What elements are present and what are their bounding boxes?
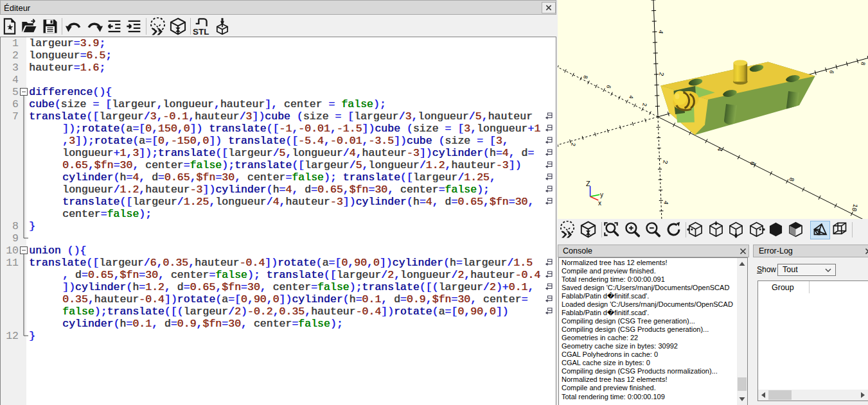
svg-text:6: 6 <box>605 84 612 89</box>
svg-text:8: 8 <box>788 177 795 182</box>
svg-text:2: 2 <box>657 71 665 76</box>
svg-text:6: 6 <box>748 160 756 166</box>
svg-text:STL: STL <box>193 26 209 35</box>
svg-text:4: 4 <box>662 200 669 205</box>
svg-text:4: 4 <box>627 94 634 99</box>
svg-text:Z: Z <box>586 180 590 187</box>
svg-text:x: x <box>598 200 601 207</box>
svg-text:2: 2 <box>569 142 576 146</box>
svg-text:10: 10 <box>850 203 859 212</box>
svg-text:8: 8 <box>581 74 589 79</box>
svg-text:y: y <box>600 191 603 198</box>
svg-text:4: 4 <box>657 29 664 34</box>
svg-text:6: 6 <box>828 69 835 74</box>
svg-text:2: 2 <box>641 102 648 107</box>
svg-text:8: 8 <box>859 61 866 65</box>
svg-text:2: 2 <box>661 159 669 164</box>
svg-text:4: 4 <box>716 146 723 152</box>
